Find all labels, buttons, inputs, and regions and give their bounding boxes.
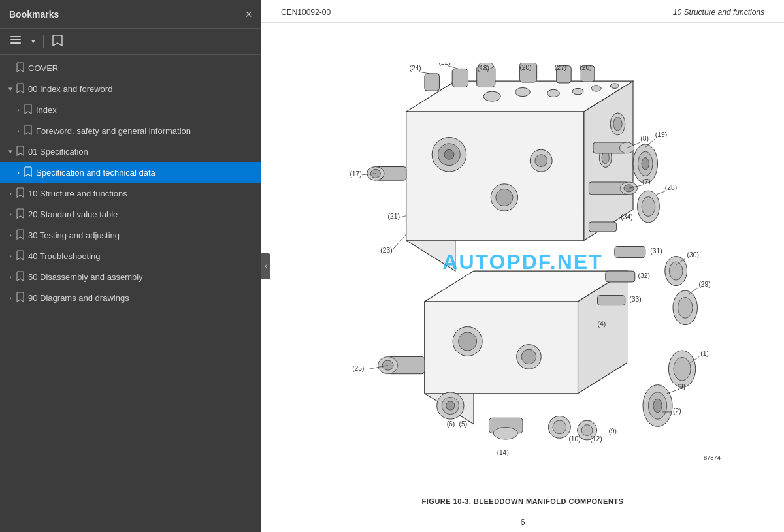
sidebar-item-label-30: 30 Testing and adjusting — [28, 230, 256, 240]
sidebar-item-index[interactable]: › Index — [0, 99, 261, 120]
svg-text:(29): (29) — [698, 281, 710, 288]
svg-rect-2 — [10, 42, 21, 44]
svg-point-15 — [515, 87, 531, 96]
svg-point-17 — [572, 88, 583, 94]
sidebar-item-90-diag[interactable]: › 90 Diagrams and drawings — [0, 287, 261, 308]
sidebar-item-foreword[interactable]: › Foreword, safety and general informati… — [0, 120, 261, 141]
expand-icon-00: ▾ — [5, 84, 16, 94]
svg-text:(6): (6) — [447, 420, 455, 428]
expand-icon-index: › — [13, 104, 24, 115]
page-header-left: CEN10092-00 — [281, 8, 331, 17]
svg-text:(14): (14) — [497, 448, 509, 456]
figure-caption: FIGURE 10-3. BLEEDDOWN MANIFOLD COMPONEN… — [422, 497, 624, 505]
svg-line-113 — [688, 288, 697, 294]
bookmark-icon-40 — [16, 250, 24, 262]
bookmark-icon-spec — [24, 166, 32, 179]
figure-number: 87874 — [704, 454, 721, 461]
svg-line-89 — [657, 191, 665, 195]
sidebar-item-30-test[interactable]: › 30 Testing and adjusting — [0, 225, 261, 245]
sidebar-item-label-50: 50 Disassembly and assembly — [28, 272, 256, 282]
svg-rect-76 — [589, 221, 616, 231]
sidebar-item-label-20: 20 Standard value table — [28, 210, 256, 219]
svg-text:(18): (18) — [478, 65, 489, 72]
sidebar-item-20-std[interactable]: › 20 Standard value table — [0, 204, 261, 225]
expand-icon-foreword: › — [13, 125, 24, 136]
page-header-right: 10 Structure and functions — [673, 8, 764, 17]
bookmark-icon-foreword — [24, 125, 32, 137]
bookmark-icon-button[interactable] — [49, 33, 66, 51]
svg-point-60 — [581, 424, 593, 435]
svg-text:(9): (9) — [608, 427, 617, 434]
svg-point-49 — [642, 157, 649, 170]
svg-point-11 — [496, 189, 513, 206]
svg-point-29 — [458, 332, 476, 350]
svg-text:(17): (17) — [350, 170, 361, 177]
svg-rect-0 — [10, 36, 21, 37]
sidebar-item-00-index[interactable]: ▾ 00 Index and foreword — [0, 78, 261, 99]
sidebar-item-label-spec: Specification and technical data — [36, 168, 256, 178]
svg-text:(31): (31) — [650, 247, 662, 254]
svg-text:(1): (1) — [700, 349, 709, 356]
svg-text:(28): (28) — [665, 184, 677, 191]
svg-rect-39 — [425, 73, 440, 90]
bookmark-icon-01 — [16, 146, 24, 158]
close-button[interactable]: × — [245, 8, 252, 20]
expand-icon-90: › — [5, 292, 16, 303]
main-content: CEN10092-00 10 Structure and functions — [261, 0, 784, 532]
svg-marker-26 — [425, 301, 578, 393]
page-view: CEN10092-00 10 Structure and functions — [261, 0, 784, 532]
list-view-button[interactable] — [7, 32, 25, 51]
expand-icon-01: ▾ — [5, 146, 16, 157]
svg-point-54 — [446, 401, 455, 409]
sidebar-item-label-00: 00 Index and foreword — [28, 84, 256, 94]
svg-rect-75 — [597, 295, 625, 305]
svg-text:(30): (30) — [687, 251, 698, 258]
bookmark-icon-10 — [16, 187, 24, 200]
page-header: CEN10092-00 10 Structure and functions — [261, 0, 784, 23]
page-number: 6 — [261, 512, 784, 532]
sidebar-item-50-disasm[interactable]: › 50 Disassembly and assembly — [0, 266, 261, 287]
svg-line-96 — [393, 234, 406, 249]
svg-point-21 — [613, 117, 622, 131]
bookmark-icon-50 — [16, 271, 24, 283]
page-body: (24) (22) (18) (20) (27) (26) — [261, 23, 784, 512]
sidebar-item-spec-data[interactable]: › Specification and technical data — [0, 162, 261, 183]
svg-text:(3): (3) — [677, 383, 685, 390]
svg-point-44 — [624, 184, 634, 191]
svg-marker-5 — [406, 112, 584, 240]
sidebar-item-cover[interactable]: COVER — [0, 57, 261, 78]
svg-text:(32): (32) — [638, 272, 649, 279]
sidebar-item-10-struct[interactable]: › 10 Structure and functions — [0, 183, 261, 204]
svg-point-34 — [370, 169, 380, 178]
sidebar-item-01-spec[interactable]: ▾ 01 Specification — [0, 141, 261, 162]
svg-point-51 — [642, 196, 655, 216]
dropdown-arrow-button[interactable]: ▾ — [29, 36, 38, 47]
sidebar-toolbar: ▾ — [0, 29, 261, 55]
svg-text:(12): (12) — [590, 435, 602, 442]
sidebar-header: Bookmarks × — [0, 0, 261, 29]
expand-icon-30: › — [5, 230, 16, 240]
bookmark-icon-30 — [16, 229, 24, 242]
list-icon — [9, 33, 22, 50]
svg-text:(8): (8) — [640, 135, 649, 142]
sidebar-item-label-40: 40 Troubleshooting — [28, 251, 256, 261]
svg-text:(2): (2) — [673, 407, 681, 414]
svg-text:(34): (34) — [621, 213, 632, 221]
bookmark-icon — [52, 34, 63, 50]
expand-icon-10: › — [5, 188, 16, 198]
svg-text:(27): (27) — [555, 64, 566, 71]
bookmark-icon-00 — [16, 83, 24, 95]
sidebar-item-40-trouble[interactable]: › 40 Troubleshooting — [0, 245, 261, 266]
svg-point-16 — [547, 89, 560, 97]
expand-icon-50: › — [5, 272, 16, 282]
sidebar-collapse-button[interactable]: ‹ — [261, 253, 270, 279]
sidebar-item-label-cover: COVER — [28, 63, 256, 73]
svg-text:(25): (25) — [352, 365, 364, 372]
chevron-down-icon: ▾ — [31, 37, 35, 46]
svg-point-63 — [653, 399, 662, 413]
expand-icon-spec: › — [13, 167, 24, 178]
svg-line-79 — [448, 65, 459, 69]
svg-text:(20): (20) — [519, 64, 531, 71]
svg-point-67 — [678, 297, 693, 318]
sidebar-item-label-10: 10 Structure and functions — [28, 189, 256, 198]
